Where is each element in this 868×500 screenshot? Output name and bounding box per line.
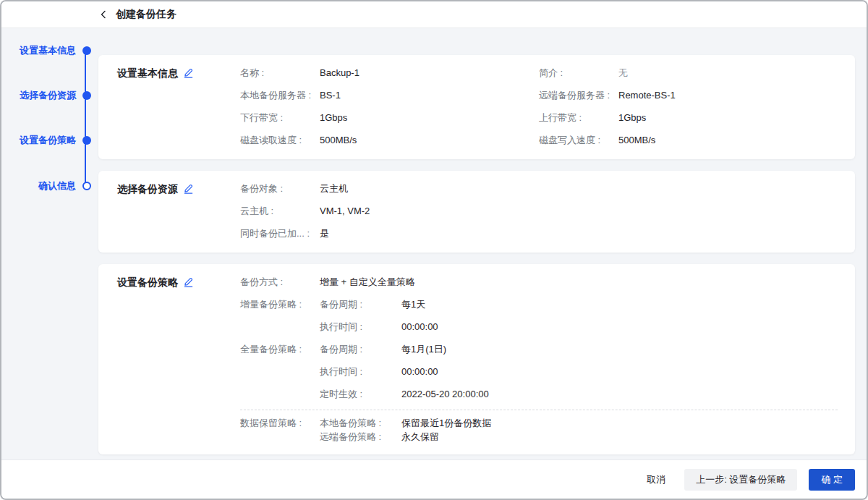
field-value: 500MB/s xyxy=(618,133,655,148)
field-row-name: 名称 : Backup-1 xyxy=(240,66,539,80)
field-row-local-backup-server: 本地备份服务器 : BS-1 xyxy=(240,88,539,103)
basic-info-right-column: 简介 : 无 远端备份服务器 : Remote-BS-1 上行带宽 : 1Gbp… xyxy=(539,66,838,156)
group-label: 数据保留策略 : xyxy=(240,416,320,436)
incremental-policy-group: 增量备份策略 : 备份周期 : 每1天 执行时间 : 00:00:00 xyxy=(240,297,838,342)
cancel-button[interactable]: 取消 xyxy=(639,469,673,491)
field-value: Remote-BS-1 xyxy=(618,88,676,103)
previous-step-button[interactable]: 上一步: 设置备份策略 xyxy=(684,469,797,491)
step-dot-filled-icon xyxy=(82,46,91,55)
edit-basic-info-button[interactable] xyxy=(183,67,194,78)
stepper-connector-line xyxy=(85,51,86,186)
field-value: 每1月(1日) xyxy=(401,342,446,357)
field-row-local-retention: 本地备份策略 : 保留最近1份备份数据 xyxy=(320,416,838,430)
backup-policy-card: 设置备份策略 备份方式 : 增量 + 自定义全量策略 增量备份策略 xyxy=(98,264,855,454)
field-row-backup-object: 备份对象 : 云主机 xyxy=(240,182,838,196)
group-label: 增量备份策略 : xyxy=(240,297,320,334)
field-value: 2022-05-20 20:00:00 xyxy=(401,387,489,402)
full-policy-rows: 备份周期 : 每1月(1日) 执行时间 : 00:00:00 定时生效 : 20… xyxy=(320,342,838,410)
field-label: 同时备份已加... : xyxy=(240,226,320,241)
field-label: 远端备份服务器 : xyxy=(539,88,618,103)
card-title-backup-resource: 选择备份资源 xyxy=(117,182,240,249)
back-button[interactable] xyxy=(97,8,110,21)
field-label: 本地备份服务器 : xyxy=(240,88,320,103)
card-title-text: 设置基本信息 xyxy=(117,66,178,80)
backup-resource-fields: 备份对象 : 云主机 云主机 : VM-1, VM-2 同时备份已加... : … xyxy=(240,182,838,249)
backup-policy-fields: 备份方式 : 增量 + 自定义全量策略 增量备份策略 : 备份周期 : 每1天 … xyxy=(240,275,838,451)
incremental-policy-rows: 备份周期 : 每1天 执行时间 : 00:00:00 xyxy=(320,297,838,342)
retention-policy-group: 数据保留策略 : 本地备份策略 : 保留最近1份备份数据 远端备份策略 : 永久… xyxy=(240,416,838,451)
retention-policy-rows: 本地备份策略 : 保留最近1份备份数据 远端备份策略 : 永久保留 xyxy=(320,416,838,444)
field-value: 1Gbps xyxy=(618,111,646,125)
step-label: 选择备份资源 xyxy=(20,89,76,102)
field-value: 00:00:00 xyxy=(401,365,438,379)
field-label: 磁盘写入速度 : xyxy=(539,133,618,148)
field-row-execute-time: 执行时间 : 00:00:00 xyxy=(320,320,838,334)
field-value: 00:00:00 xyxy=(401,320,438,334)
field-label: 名称 : xyxy=(240,66,320,80)
group-label: 全量备份策略 : xyxy=(240,342,320,402)
field-label: 执行时间 : xyxy=(320,365,401,379)
basic-info-left-column: 名称 : Backup-1 本地备份服务器 : BS-1 下行带宽 : 1Gbp… xyxy=(240,66,539,156)
step-select-resource[interactable]: 选择备份资源 xyxy=(1,88,91,103)
edit-backup-resource-button[interactable] xyxy=(183,183,194,194)
field-label: 简介 : xyxy=(539,66,618,80)
field-label: 备份方式 : xyxy=(240,275,320,289)
card-title-text: 设置备份策略 xyxy=(117,275,178,289)
confirm-button[interactable]: 确 定 xyxy=(809,469,855,491)
field-label: 远端备份策略 : xyxy=(320,430,401,444)
page-title: 创建备份任务 xyxy=(116,8,176,21)
step-label: 设置备份策略 xyxy=(20,134,76,147)
field-value: 无 xyxy=(618,66,628,80)
field-row-backup-cycle: 备份周期 : 每1月(1日) xyxy=(320,342,838,357)
footer-action-bar: 取消 上一步: 设置备份策略 确 定 xyxy=(1,460,867,499)
step-dot-hollow-icon xyxy=(82,182,91,190)
card-title-basic-info: 设置基本信息 xyxy=(117,66,240,156)
basic-info-fields: 名称 : Backup-1 本地备份服务器 : BS-1 下行带宽 : 1Gbp… xyxy=(240,66,838,156)
basic-info-card: 设置基本信息 名称 : Backup-1 xyxy=(98,55,855,159)
edit-pencil-icon xyxy=(183,67,194,78)
field-value: 是 xyxy=(320,226,329,241)
field-label: 定时生效 : xyxy=(320,387,401,402)
field-value: 永久保留 xyxy=(401,430,439,444)
field-value: 云主机 xyxy=(320,182,348,196)
field-value: 500MB/s xyxy=(320,133,357,148)
step-backup-policy[interactable]: 设置备份策略 xyxy=(1,133,91,148)
field-row-description: 简介 : 无 xyxy=(539,66,838,80)
field-row-remote-backup-server: 远端备份服务器 : Remote-BS-1 xyxy=(539,88,838,103)
field-label: 备份周期 : xyxy=(320,297,401,312)
full-policy-group: 全量备份策略 : 备份周期 : 每1月(1日) 执行时间 : 00:00:00 xyxy=(240,342,838,410)
field-label: 云主机 : xyxy=(240,204,320,219)
field-row-remote-retention: 远端备份策略 : 永久保留 xyxy=(320,430,838,444)
field-row-execute-time: 执行时间 : 00:00:00 xyxy=(320,365,838,379)
content-area: 设置基本信息 选择备份资源 设置备份策略 确认信息 设置基本信息 xyxy=(1,28,867,462)
field-value: 保留最近1份备份数据 xyxy=(401,416,491,430)
backup-resource-card: 选择备份资源 备份对象 : 云主机 云主机 : xyxy=(98,171,855,253)
edit-pencil-icon xyxy=(183,183,194,194)
step-dot-filled-icon xyxy=(82,91,91,100)
edit-backup-policy-button[interactable] xyxy=(183,276,194,287)
field-row-uplink-bandwidth: 上行带宽 : 1Gbps xyxy=(539,111,838,125)
field-value: BS-1 xyxy=(320,88,341,103)
create-backup-task-window: 创建备份任务 设置基本信息 选择备份资源 设置备份策略 确认信息 xyxy=(0,0,868,500)
step-basic-info[interactable]: 设置基本信息 xyxy=(1,43,91,58)
field-label: 本地备份策略 : xyxy=(320,416,401,430)
field-value: Backup-1 xyxy=(320,66,359,80)
field-label: 上行带宽 : xyxy=(539,111,618,125)
field-label: 磁盘读取速度 : xyxy=(240,133,320,148)
field-row-disk-write-speed: 磁盘写入速度 : 500MB/s xyxy=(539,133,838,148)
field-value: 增量 + 自定义全量策略 xyxy=(320,275,415,289)
step-dot-filled-icon xyxy=(82,136,91,145)
field-row-vms: 云主机 : VM-1, VM-2 xyxy=(240,204,838,219)
field-row-downlink-bandwidth: 下行带宽 : 1Gbps xyxy=(240,111,539,125)
summary-panel: 设置基本信息 名称 : Backup-1 xyxy=(98,55,855,466)
dashed-divider xyxy=(240,410,838,410)
chevron-left-icon xyxy=(99,10,108,19)
edit-pencil-icon xyxy=(183,276,194,287)
step-confirm-info[interactable]: 确认信息 xyxy=(1,179,91,193)
field-value: 每1天 xyxy=(401,297,425,312)
field-value: VM-1, VM-2 xyxy=(320,204,370,219)
step-label: 确认信息 xyxy=(38,179,76,192)
field-row-backup-cycle: 备份周期 : 每1天 xyxy=(320,297,838,312)
field-row-backup-encrypted: 同时备份已加... : 是 xyxy=(240,226,838,241)
field-value: 1Gbps xyxy=(320,111,347,125)
